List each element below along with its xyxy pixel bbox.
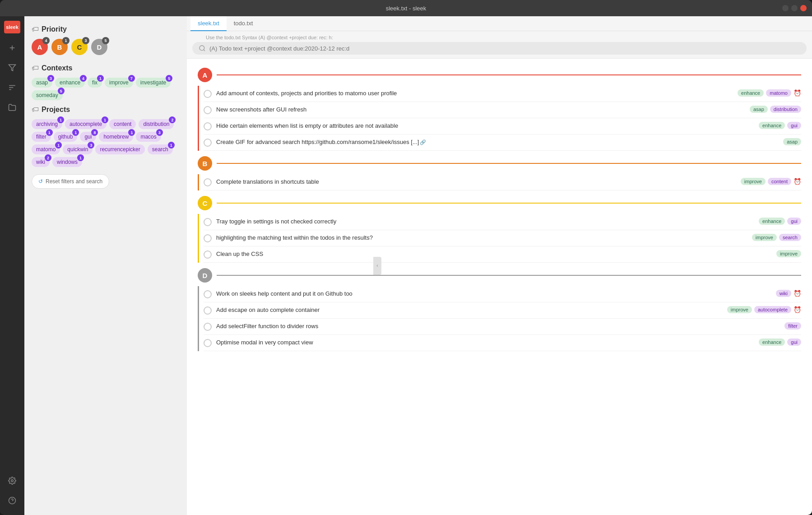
todo-checkbox[interactable] (204, 139, 212, 147)
clock-icon: ⏰ (793, 306, 801, 313)
todo-checkbox[interactable] (204, 218, 212, 226)
search-input[interactable] (209, 45, 800, 52)
todo-item: Complete translations in shortcuts table… (204, 174, 801, 190)
sidebar-item-help[interactable] (3, 492, 21, 510)
items-container-a: Add amount of contexts, projects and pri… (198, 86, 801, 151)
project-tag-filter[interactable]: filter1 (32, 132, 51, 142)
todo-tags: wiki⏰ (776, 290, 801, 297)
todo-tag-autocomplete[interactable]: autocomplete (754, 306, 791, 313)
tab-todo-txt[interactable]: todo.txt (227, 16, 260, 31)
project-tag-autocomplete[interactable]: autocomplete1 (65, 119, 107, 129)
todo-checkbox[interactable] (204, 178, 212, 186)
project-tag-content[interactable]: content (109, 119, 136, 129)
todo-item: Hide certain elements when list is empty… (204, 118, 801, 135)
sidebar-item-sort[interactable] (3, 79, 21, 97)
search-bar: Use the todo.txt Syntax (A) @context +pr… (187, 31, 812, 59)
group-header-c: C (198, 196, 801, 210)
todo-item: Add amount of contexts, projects and pri… (204, 86, 801, 102)
todo-text: Add selectFilter function to divider row… (216, 322, 780, 330)
todo-checkbox[interactable] (204, 306, 212, 315)
todo-tag-gui[interactable]: gui (787, 218, 801, 225)
project-tag-recurrencepicker[interactable]: recurrencepicker (95, 144, 144, 154)
project-tag-distribution[interactable]: distribution2 (139, 119, 174, 129)
contexts-section-title: Contexts (42, 64, 72, 72)
todo-tag-improve[interactable]: improve (741, 178, 766, 185)
titlebar-title: sleek.txt - sleek (386, 5, 427, 12)
project-tag-search[interactable]: search1 (148, 144, 173, 154)
todo-text: Optimise modal in very compact view (216, 339, 754, 347)
close-button[interactable] (800, 5, 807, 11)
context-tag-someday[interactable]: someday5 (32, 90, 63, 100)
todo-tag-gui[interactable]: gui (787, 122, 801, 129)
todo-tag-gui[interactable]: gui (787, 339, 801, 346)
sidebar-item-add[interactable] (3, 39, 21, 57)
todo-tag-improve[interactable]: improve (776, 250, 801, 257)
sidebar-item-filter[interactable] (3, 59, 21, 77)
todo-tag-matomo[interactable]: matomo (766, 89, 791, 97)
context-tag-improve[interactable]: improve7 (105, 78, 133, 88)
todo-checkbox[interactable] (204, 122, 212, 130)
project-tag-windows[interactable]: windows1 (52, 157, 82, 167)
svg-point-6 (11, 480, 14, 482)
group-line-b (217, 163, 801, 164)
todo-checkbox[interactable] (204, 339, 212, 347)
todo-tag-asap[interactable]: asap (750, 106, 768, 113)
todo-tag-enhance[interactable]: enhance (738, 89, 764, 97)
todo-tag-search[interactable]: search (779, 234, 801, 241)
todo-tag-filter[interactable]: filter (784, 322, 801, 329)
todo-checkbox[interactable] (204, 290, 212, 298)
reset-filters-button[interactable]: ↺ Reset filters and search (32, 174, 109, 189)
todo-tag-enhance[interactable]: enhance (759, 339, 785, 346)
priority-badge-d[interactable]: D5 (91, 39, 107, 55)
project-tag-gui[interactable]: gui8 (80, 132, 96, 142)
todo-checkbox[interactable] (204, 323, 212, 331)
svg-marker-2 (9, 65, 16, 71)
todo-item: New screenshots after GUI refreshasapdis… (204, 102, 801, 118)
project-tag-macos[interactable]: macos3 (136, 132, 161, 142)
todo-tag-content[interactable]: content (768, 178, 791, 185)
context-tag-enhance[interactable]: enhance4 (55, 78, 85, 88)
project-tag-quickwin[interactable]: quickwin3 (63, 144, 93, 154)
priority-badge-a[interactable]: A4 (32, 39, 48, 55)
group-line-c (217, 203, 801, 204)
project-tag-wiki[interactable]: wiki2 (32, 157, 50, 167)
project-tag-matomo[interactable]: matomo1 (32, 144, 60, 154)
priority-group-c: CTray toggle in settings is not checked … (198, 196, 801, 263)
todo-tag-enhance[interactable]: enhance (759, 218, 785, 225)
projects-section-title: Projects (42, 106, 70, 114)
project-tag-github[interactable]: github1 (54, 132, 78, 142)
sidebar-item-settings[interactable] (3, 472, 21, 490)
titlebar-controls (782, 5, 807, 11)
maximize-button[interactable] (791, 5, 798, 11)
todo-checkbox[interactable] (204, 234, 212, 242)
todo-tags: asap (783, 138, 801, 145)
todo-tag-asap[interactable]: asap (783, 138, 801, 145)
todo-checkbox[interactable] (204, 106, 212, 114)
items-container-b: Complete translations in shortcuts table… (198, 174, 801, 190)
todo-tag-improve[interactable]: improve (752, 234, 777, 241)
priority-badge-c[interactable]: C3 (71, 39, 88, 55)
collapse-handle[interactable]: ‹ (373, 257, 381, 275)
priority-badge-b[interactable]: B1 (51, 39, 68, 55)
todo-tag-wiki[interactable]: wiki (776, 290, 791, 297)
context-tag-investigate[interactable]: investigate5 (136, 78, 171, 88)
todo-tag-distribution[interactable]: distribution (770, 106, 801, 113)
todo-text: highlighting the matching text within th… (216, 234, 747, 242)
context-tag-fix[interactable]: fix1 (88, 78, 102, 88)
todo-tag-enhance[interactable]: enhance (759, 122, 785, 129)
external-link-icon[interactable]: 🔗 (420, 139, 426, 145)
project-tag-archiving[interactable]: archiving1 (32, 119, 62, 129)
group-header-d: D (198, 268, 801, 283)
todo-item: Tray toggle in settings is not checked c… (204, 214, 801, 230)
todo-item: Clean up the CSSimprove (204, 246, 801, 263)
sidebar-item-folder[interactable] (3, 98, 21, 116)
context-tag-asap[interactable]: asap3 (32, 78, 52, 88)
todo-tag-improve[interactable]: improve (727, 306, 752, 313)
projects-tag-cloud: archiving1autocomplete1contentdistributi… (32, 119, 180, 167)
todo-checkbox[interactable] (204, 251, 212, 259)
minimize-button[interactable] (782, 5, 789, 11)
todo-item: Work on sleeks help content and put it o… (204, 286, 801, 302)
project-tag-homebrew[interactable]: homebrew1 (99, 132, 133, 142)
tab-sleek-txt[interactable]: sleek.txt (190, 16, 227, 31)
todo-checkbox[interactable] (204, 90, 212, 98)
